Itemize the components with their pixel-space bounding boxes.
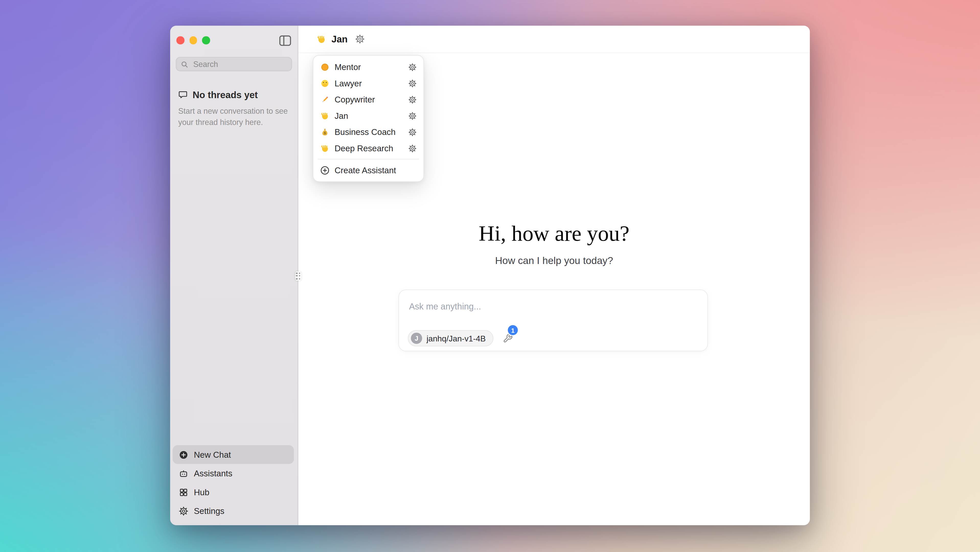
- assistant-gear-icon[interactable]: [409, 95, 417, 103]
- empty-state-description: Start a new conversation to see your thr…: [176, 105, 292, 128]
- composer-card: J janhq/Jan-v1-4B 1: [398, 290, 708, 352]
- sidebar-item-hub[interactable]: Hub: [173, 483, 294, 501]
- sidebar-resize-handle[interactable]: [295, 271, 301, 281]
- assistant-gear-icon[interactable]: [409, 144, 417, 152]
- model-name: janhq/Jan-v1-4B: [426, 334, 486, 343]
- sidebar-toggle-button[interactable]: [279, 35, 291, 46]
- assistant-item-copywriter[interactable]: Copywriter: [317, 91, 420, 108]
- search-box[interactable]: [176, 57, 292, 71]
- assistant-label: Jan: [334, 111, 403, 120]
- assistant-label: Mentor: [334, 62, 403, 72]
- menu-divider: [318, 159, 419, 159]
- minimize-button[interactable]: [189, 36, 197, 44]
- orange-circle-emoji-icon: [320, 62, 330, 72]
- nav-label-hub: Hub: [194, 487, 209, 497]
- sidebar-item-settings[interactable]: Settings: [173, 501, 294, 520]
- model-selector[interactable]: J janhq/Jan-v1-4B: [408, 330, 493, 347]
- assistant-label: Deep Research: [334, 144, 403, 153]
- greeting-title: Hi, how are you?: [298, 221, 810, 247]
- close-button[interactable]: [177, 36, 184, 44]
- assistant-label: Lawyer: [334, 78, 403, 88]
- thread-header: Jan: [298, 25, 810, 53]
- assistant-settings-button[interactable]: [355, 35, 364, 44]
- sidebar: No threads yet Start a new conversation …: [170, 25, 299, 525]
- wave-hand-emoji-icon: [320, 111, 330, 120]
- blocks-icon: [179, 487, 188, 497]
- assistant-item-deep-research[interactable]: Deep Research: [317, 140, 420, 156]
- nav-label-assistants: Assistants: [194, 469, 232, 478]
- plus-circle-icon: [320, 165, 330, 175]
- gear-icon: [179, 506, 188, 516]
- desktop-background: No threads yet Start a new conversation …: [0, 0, 980, 552]
- create-assistant-button[interactable]: Create Assistant: [317, 162, 420, 178]
- pencil-emoji-icon: [320, 95, 330, 104]
- search-input[interactable]: [192, 59, 287, 69]
- sidebar-item-new-chat[interactable]: New Chat: [173, 445, 294, 464]
- jan-app-window: No threads yet Start a new conversation …: [170, 25, 810, 525]
- robot-icon: [179, 469, 188, 478]
- face-hand-over-mouth-emoji-icon: [320, 78, 330, 88]
- wave-hand-emoji-icon: [320, 144, 330, 153]
- wave-hand-icon: [317, 34, 326, 44]
- assistant-dropdown-menu: Mentor Lawyer Copywriter Jan: [313, 55, 424, 182]
- money-bag-emoji-icon: [320, 127, 330, 137]
- assistant-item-lawyer[interactable]: Lawyer: [317, 75, 420, 91]
- create-assistant-label: Create Assistant: [334, 165, 417, 175]
- assistant-gear-icon[interactable]: [409, 63, 417, 71]
- assistant-item-jan[interactable]: Jan: [317, 108, 420, 124]
- sidebar-bottom-nav: New Chat Assistants Hub Settings: [173, 445, 294, 520]
- assistant-title[interactable]: Jan: [331, 34, 348, 45]
- empty-state-title-row: No threads yet: [176, 89, 292, 100]
- chat-bubble-icon: [178, 90, 188, 99]
- plus-circle-icon: [179, 450, 188, 459]
- message-input[interactable]: [408, 301, 682, 312]
- assistant-gear-icon[interactable]: [409, 79, 417, 87]
- search-icon: [181, 60, 188, 68]
- nav-label-new-chat: New Chat: [194, 450, 231, 459]
- assistant-item-mentor[interactable]: Mentor: [317, 59, 420, 75]
- sidebar-item-assistants[interactable]: Assistants: [173, 464, 294, 482]
- nav-label-settings: Settings: [194, 506, 224, 516]
- tools-count-badge: 1: [508, 325, 518, 335]
- traffic-lights: [177, 36, 210, 44]
- main-panel: Jan Mentor Lawyer C: [298, 25, 810, 525]
- panel-left-icon: [279, 35, 291, 46]
- zoom-button[interactable]: [202, 36, 210, 44]
- assistant-label: Copywriter: [334, 95, 403, 104]
- greeting-block: Hi, how are you? How can I help you toda…: [298, 221, 810, 267]
- assistant-label: Business Coach: [334, 127, 403, 137]
- threads-empty-state: No threads yet Start a new conversation …: [176, 89, 292, 128]
- model-avatar: J: [411, 333, 422, 344]
- greeting-subtitle: How can I help you today?: [298, 254, 810, 267]
- gear-icon: [355, 35, 364, 44]
- assistant-gear-icon[interactable]: [409, 128, 417, 136]
- assistant-gear-icon[interactable]: [409, 112, 417, 120]
- assistant-item-business-coach[interactable]: Business Coach: [317, 124, 420, 140]
- empty-state-title: No threads yet: [193, 89, 258, 100]
